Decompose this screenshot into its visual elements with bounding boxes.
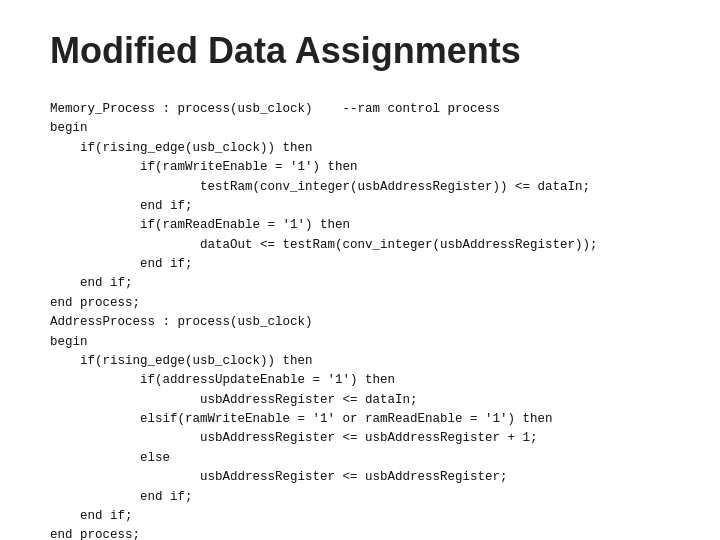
code-block-address-process: AddressProcess : process(usb_clock) begi… <box>50 313 670 540</box>
code-block-memory-process: Memory_Process : process(usb_clock) --ra… <box>50 100 670 313</box>
slide-title: Modified Data Assignments <box>50 30 670 72</box>
slide: Modified Data Assignments Memory_Process… <box>0 0 720 540</box>
